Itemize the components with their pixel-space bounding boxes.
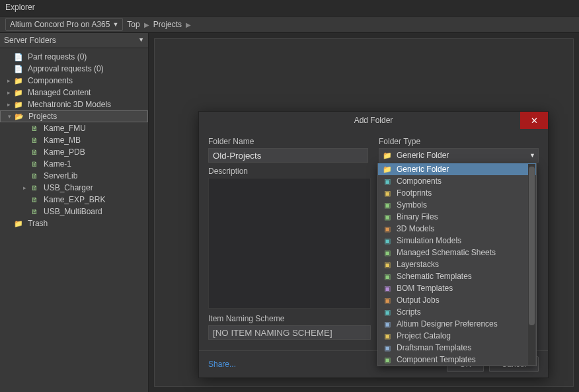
doc-icon: 📄 <box>13 52 24 61</box>
window-title-bar: Explorer <box>0 0 579 16</box>
dropdown-item-label: Managed Schematic Sheets <box>397 248 496 257</box>
dropdown-item-label: Schematic Templates <box>397 272 472 281</box>
tree-item[interactable]: ▸📁Managed Content <box>0 87 148 98</box>
collapse-icon[interactable]: ▾ <box>6 113 13 120</box>
type-icon: ▣ <box>382 284 393 293</box>
tree-item[interactable]: ▸📁Mechatronic 3D Models <box>0 98 148 110</box>
type-icon: ▣ <box>382 248 393 257</box>
dropdown-item[interactable]: ▣Layerstacks <box>378 258 536 270</box>
dropdown-item-label: BOM Templates <box>397 284 453 293</box>
tree-item-label: Kame_EXP_BRK <box>44 195 105 204</box>
tree-item-label: Managed Content <box>28 88 91 97</box>
dropdown-item[interactable]: ▣Simulation Models <box>378 235 536 247</box>
type-icon: ▣ <box>382 319 393 329</box>
tree-item-label: Projects <box>28 112 57 121</box>
server-dropdown[interactable]: Altium Concord Pro on A365 ▼ <box>5 18 123 31</box>
tree-item[interactable]: 🗎Kame-1 <box>0 158 148 170</box>
naming-scheme-input[interactable] <box>208 325 371 340</box>
tree-item[interactable]: 🗎Kame_FMU <box>0 122 148 134</box>
dropdown-item-label: Components <box>397 176 442 186</box>
tree-item-label: Kame_MB <box>44 136 81 145</box>
type-icon: ▣ <box>382 343 393 352</box>
tree-item-label: Components <box>28 76 73 85</box>
type-icon: ▣ <box>382 355 393 364</box>
dropdown-item[interactable]: ▣Output Jobs <box>378 294 536 306</box>
dropdown-item[interactable]: ▣Scripts <box>378 306 536 318</box>
proj-icon: 🗎 <box>29 207 40 216</box>
proj-icon: 🗎 <box>29 171 40 180</box>
dropdown-item[interactable]: 📁Generic Folder <box>378 163 536 175</box>
breadcrumb-projects[interactable]: Projects <box>153 20 182 29</box>
scrollbar-thumb[interactable] <box>529 167 535 325</box>
dropdown-item[interactable]: ▣Draftsman Templates <box>378 342 536 354</box>
dropdown-item-label: Footprints <box>397 188 432 198</box>
tree-item[interactable]: 🗎USB_MultiBoard <box>0 206 148 217</box>
folder-name-label: Folder Name <box>208 137 368 146</box>
doc-icon: 📄 <box>13 64 24 73</box>
tree-item[interactable]: ▸🗎USB_Charger <box>0 182 148 194</box>
tree-item-label: Kame_FMU <box>44 124 86 133</box>
tree-item-label: Kame-1 <box>44 159 71 169</box>
type-icon: ▣ <box>382 260 393 269</box>
server-name: Altium Concord Pro on A365 <box>10 20 110 29</box>
tree-item[interactable]: ▾📂Projects <box>0 110 148 122</box>
tree-item[interactable]: 🗎Kame_MB <box>0 134 148 146</box>
sidebar-header[interactable]: Server Folders ▲ <box>0 33 148 48</box>
type-icon: 📁 <box>382 165 393 174</box>
dropdown-item[interactable]: ▣Footprints <box>378 187 536 199</box>
close-button[interactable]: ✕ <box>520 112 548 129</box>
proj-icon: 🗎 <box>29 147 40 157</box>
naming-label: Item Naming Scheme <box>208 314 371 323</box>
dialog-titlebar[interactable]: Add Folder ✕ <box>199 112 548 129</box>
tree-item[interactable]: 📄Approval requests (0) <box>0 63 148 75</box>
type-icon: ▣ <box>382 224 393 233</box>
dialog-title: Add Folder <box>354 116 393 125</box>
collapse-icon: ▲ <box>138 37 144 44</box>
breadcrumb-top[interactable]: Top <box>127 20 139 29</box>
share-link[interactable]: Share... <box>208 360 236 369</box>
caret-down-icon: ▼ <box>112 21 118 28</box>
dropdown-item-label: Symbols <box>397 200 427 210</box>
tree-item[interactable]: 📁Trash <box>0 217 148 229</box>
folder-type-select[interactable]: 📁 Generic Folder ▼ <box>379 148 539 163</box>
proj-icon: 🗎 <box>29 195 40 204</box>
description-textarea[interactable] <box>208 178 371 309</box>
dropdown-item-label: Scripts <box>397 307 421 317</box>
tree-item-label: Kame_PDB <box>44 147 85 157</box>
dropdown-item[interactable]: ▣Altium Designer Preferences <box>378 318 536 330</box>
dropdown-item[interactable]: ▣3D Models <box>378 223 536 235</box>
folder-type-value: Generic Folder <box>397 151 449 160</box>
tree-item[interactable]: 🗎Kame_EXP_BRK <box>0 194 148 206</box>
tree-item-label: Part requests (0) <box>28 52 87 61</box>
dropdown-item[interactable]: ▣Component Templates <box>378 354 536 366</box>
dropdown-item[interactable]: ▣BOM Templates <box>378 282 536 294</box>
tree-item[interactable]: 🗎ServerLib <box>0 170 148 182</box>
folder-icon: 📁 <box>13 100 24 109</box>
folder-type-dropdown[interactable]: 📁Generic Folder▣Components▣Footprints▣Sy… <box>377 163 537 366</box>
tree-item[interactable]: ▸📁Components <box>0 75 148 87</box>
dropdown-item[interactable]: ▣Binary Files <box>378 211 536 223</box>
chevron-down-icon: ▼ <box>529 152 535 159</box>
type-icon: ▣ <box>382 176 393 186</box>
dropdown-item-label: Layerstacks <box>397 260 439 269</box>
tree-item[interactable]: 📄Part requests (0) <box>0 51 148 63</box>
type-icon: ▣ <box>382 295 393 305</box>
close-icon: ✕ <box>531 116 538 126</box>
dropdown-item[interactable]: ▣Symbols <box>378 199 536 211</box>
dropdown-item[interactable]: ▣Managed Schematic Sheets <box>378 247 536 258</box>
dropdown-item[interactable]: ▣Components <box>378 175 536 187</box>
proj-icon: 🗎 <box>29 159 40 169</box>
type-icon: ▣ <box>382 212 393 221</box>
sidebar: Server Folders ▲ 📄Part requests (0)📄Appr… <box>0 33 149 392</box>
expand-icon[interactable]: ▸ <box>5 77 12 84</box>
expand-icon[interactable]: ▸ <box>5 89 12 96</box>
dropdown-item[interactable]: ▣Schematic Templates <box>378 270 536 282</box>
type-icon: ▣ <box>382 200 393 210</box>
expand-icon[interactable]: ▸ <box>5 101 12 108</box>
tree-item[interactable]: 🗎Kame_PDB <box>0 146 148 158</box>
folder-name-input[interactable] <box>208 148 368 163</box>
dropdown-item[interactable]: ▣Project Catalog <box>378 330 536 342</box>
type-icon: ▣ <box>382 188 393 198</box>
scrollbar[interactable] <box>528 164 535 365</box>
expand-icon[interactable]: ▸ <box>21 184 28 191</box>
